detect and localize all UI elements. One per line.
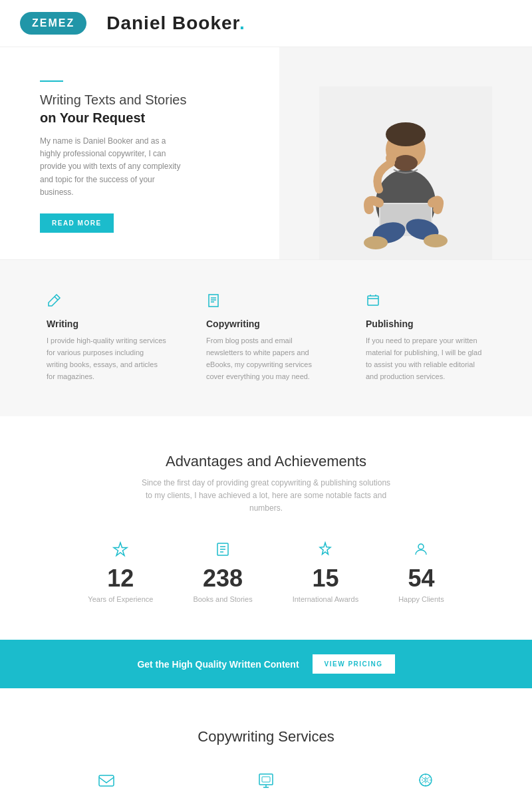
hero-content: Writing Texts and Stories on Your Reques… (0, 47, 279, 259)
stat-books-icon (193, 541, 252, 561)
advantages-subtitle: Since the first day of providing great c… (140, 477, 392, 515)
stat-experience-number: 12 (88, 565, 153, 593)
hero-title-line1: Writing Texts and Stories (40, 92, 253, 108)
logo[interactable]: ZEMEZ (20, 12, 86, 35)
cta-text-bold: High Quality (172, 659, 227, 670)
hero-section: Writing Texts and Stories on Your Reques… (0, 47, 532, 260)
stat-awards: 15 International Awards (293, 541, 358, 603)
service-item-publishing: Publishing If you need to prepare your w… (352, 293, 499, 383)
advantages-section: Advantages and Achievements Since the fi… (0, 416, 532, 640)
service-writing-desc: I provide high-quality writing services … (47, 334, 166, 383)
stat-awards-icon (293, 541, 358, 561)
cta-text-normal: Get the (137, 659, 172, 670)
press-releases-icon (206, 772, 326, 793)
hero-person-illustration (319, 86, 492, 259)
stat-clients-icon (398, 541, 444, 561)
hero-description: My name is Daniel Booker and as a highly… (40, 135, 186, 199)
copywriting-icon (206, 293, 326, 312)
cta-banner: Get the High Quality Written Content VIE… (0, 640, 532, 688)
svg-rect-17 (262, 777, 270, 782)
copy-services-grid: Email Marketing Quality content is vital… (27, 772, 505, 798)
service-item-writing: Writing I provide high-quality writing s… (33, 293, 180, 383)
service-copywriting-title: Copywriting (206, 319, 326, 329)
stat-experience-icon (88, 541, 153, 561)
advantages-title: Advantages and Achievements (27, 453, 505, 470)
svg-point-3 (386, 122, 426, 146)
copy-item-email: Email Marketing Quality content is vital… (33, 772, 180, 798)
hero-image (279, 47, 532, 259)
hero-accent-line (40, 80, 63, 82)
cta-text-after: Written Content (227, 659, 299, 670)
stat-books-number: 238 (193, 565, 252, 593)
service-publishing-desc: If you need to prepare your written mate… (366, 334, 485, 383)
read-more-button[interactable]: READ MORE (40, 213, 114, 233)
stat-clients: 54 Happy Clients (398, 541, 444, 603)
stats-row: 12 Years of Experience 238 Books and Sto… (27, 541, 505, 603)
service-writing-title: Writing (47, 319, 166, 329)
svg-rect-16 (259, 774, 273, 785)
site-name-bold: Booker (172, 13, 239, 33)
svg-point-4 (394, 155, 418, 171)
svg-point-14 (418, 544, 424, 549)
blog-content-icon (366, 772, 485, 793)
email-marketing-icon (47, 772, 166, 793)
stat-books: 238 Books and Stories (193, 541, 252, 603)
services-strip: Writing I provide high-quality writing s… (0, 260, 532, 416)
copy-item-press: Press Releases Need a description of an … (193, 772, 339, 798)
publishing-icon (366, 293, 485, 312)
svg-point-9 (364, 236, 388, 249)
svg-rect-12 (368, 296, 378, 305)
service-copywriting-desc: From blog posts and email newsletters to… (206, 334, 326, 383)
service-item-copywriting: Copywriting From blog posts and email ne… (193, 293, 339, 383)
stat-clients-label: Happy Clients (398, 595, 444, 603)
site-name-light: Daniel (106, 13, 172, 33)
copy-services-title: Copywriting Services (27, 728, 505, 745)
service-publishing-title: Publishing (366, 319, 485, 329)
site-name-dot: . (239, 13, 245, 33)
svg-rect-15 (99, 775, 114, 786)
copy-item-blog: Blog Content If you have a blog and need… (352, 772, 499, 798)
stat-experience-label: Years of Experience (88, 595, 153, 603)
view-pricing-button[interactable]: VIEW PRICING (313, 654, 395, 674)
hero-title-line2: on Your Request (40, 110, 253, 126)
stat-experience: 12 Years of Experience (88, 541, 153, 603)
stat-awards-number: 15 (293, 565, 358, 593)
writing-icon (47, 293, 166, 312)
header: ZEMEZ Daniel Booker. (0, 0, 532, 47)
stat-books-label: Books and Stories (193, 595, 252, 603)
stat-awards-label: International Awards (293, 595, 358, 603)
svg-point-10 (424, 234, 448, 247)
site-title: Daniel Booker. (106, 13, 245, 34)
stat-clients-number: 54 (398, 565, 444, 593)
cta-text: Get the High Quality Written Content (137, 659, 299, 670)
copy-services-section: Copywriting Services Email Marketing Qua… (0, 688, 532, 798)
